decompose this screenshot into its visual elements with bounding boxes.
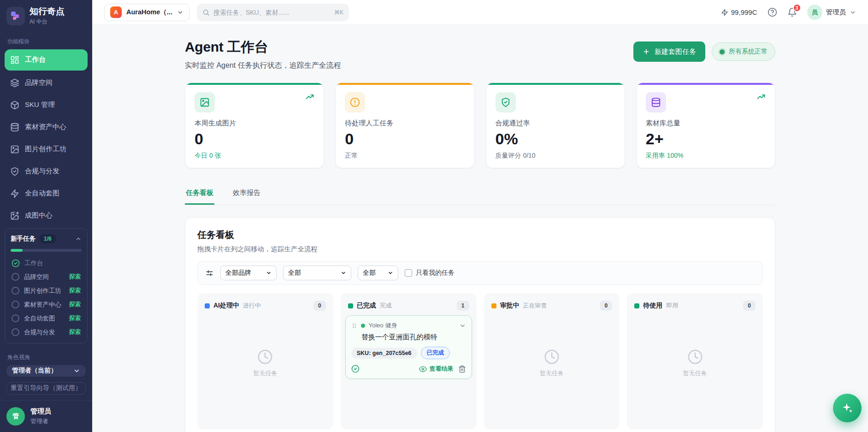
chevron-down-icon — [266, 270, 272, 276]
onboarding-header[interactable]: 新手任务 1/6 — [11, 234, 82, 243]
workspace-selector[interactable]: A AuraHome（... — [104, 4, 189, 21]
onboarding-task-asset-center[interactable]: 素材资产中心 探索 — [11, 298, 82, 312]
system-status-label: 所有系统正常 — [729, 47, 768, 56]
sidebar-item-sku[interactable]: SKU 管理 — [5, 95, 88, 115]
checkbox-icon[interactable] — [405, 269, 412, 277]
task-sku-badge: SKU: gen_207c55e6 — [351, 348, 417, 359]
view-result-button[interactable]: 查看结果 — [419, 365, 454, 373]
role-select[interactable]: 管理者（当前） — [6, 365, 86, 377]
sidebar-item-compliance[interactable]: 合规与分发 — [5, 162, 88, 181]
sidebar: 知行奇点 AI 中台 功能模块 工作台 品牌空间 SKU 管理 素材资产中心 — [0, 0, 92, 432]
column-sub: 进行中 — [243, 302, 261, 310]
sidebar-item-brand-space[interactable]: 品牌空间 — [5, 73, 88, 93]
stat-card-compliance-rate: 合规通过率 0% 质量评分 0/10 — [486, 83, 625, 168]
brand-subtitle: AI 中台 — [30, 18, 65, 26]
stat-value: 0 — [195, 130, 314, 148]
stat-value: 0 — [345, 130, 465, 148]
my-tasks-checkbox-label: 只看我的任务 — [416, 269, 455, 277]
notifications-button[interactable]: 3 — [787, 7, 797, 17]
delete-task-button[interactable] — [458, 365, 466, 373]
system-status-pill: 所有系统正常 — [712, 42, 775, 61]
sidebar-item-image-workshop[interactable]: 图片创作工坊 — [5, 140, 88, 159]
column-empty-state: 暂无任务 — [202, 315, 329, 425]
stat-card-pending-tasks: 待处理人工任务 0 正常 — [335, 83, 474, 168]
brand-logo-icon — [6, 7, 25, 25]
plus-icon — [643, 48, 650, 55]
help-circle-icon — [768, 7, 777, 17]
stats-row: 本周生成图片 0 今日 0 张 待处理人工任务 0 正常 — [185, 83, 775, 168]
column-empty-state: 暂无任务 — [632, 315, 758, 425]
onboarding-task-label: 素材资产中心 — [24, 301, 61, 309]
onboarding-task-auto-compose[interactable]: 全自动套图 探索 — [11, 312, 82, 325]
onboarding-task-label: 工作台 — [24, 259, 43, 267]
onboarding-task-workbench[interactable]: 工作台 — [11, 256, 82, 270]
sidebar-item-render-center[interactable]: 成图中心 — [5, 206, 88, 225]
onboarding-title: 新手任务 — [11, 235, 35, 243]
drag-handle-icon[interactable] — [351, 322, 357, 329]
new-task-button[interactable]: 新建套图任务 — [633, 41, 705, 62]
user-menu[interactable]: 员 管理员 — [807, 5, 856, 20]
column-name: 待使用 — [643, 302, 662, 310]
onboarding-task-image-workshop[interactable]: 图片创作工坊 探索 — [11, 284, 82, 298]
stat-card-weekly-images: 本周生成图片 0 今日 0 张 — [185, 83, 324, 168]
chevron-down-icon[interactable] — [459, 322, 466, 329]
reset-onboarding-button[interactable]: 重置引导向导（测试用） — [6, 382, 86, 395]
sidebar-item-label: 全自动套图 — [25, 189, 59, 198]
role-select-value: 管理者（当前） — [12, 367, 57, 375]
tab-task-board[interactable]: 任务看板 — [185, 184, 214, 205]
sidebar-item-auto-compose[interactable]: 全自动套图 — [5, 184, 88, 203]
zap-icon — [721, 9, 728, 16]
explore-link[interactable]: 探索 — [69, 301, 81, 308]
brand-text: 知行奇点 AI 中台 — [30, 6, 65, 26]
my-tasks-checkbox-row[interactable]: 只看我的任务 — [405, 269, 455, 277]
stat-label: 待处理人工任务 — [345, 119, 465, 128]
stat-label: 本周生成图片 — [195, 119, 314, 128]
circle-icon — [12, 273, 19, 281]
tab-efficiency-report[interactable]: 效率报告 — [232, 184, 261, 205]
status-filter-select[interactable]: 全部 — [283, 266, 351, 280]
onboarding-task-label: 图片创作工坊 — [24, 287, 61, 295]
brand-filter-select[interactable]: 全部品牌 — [220, 266, 277, 280]
explore-link[interactable]: 探索 — [69, 328, 81, 336]
onboarding-task-brand-space[interactable]: 品牌空间 探索 — [11, 270, 82, 284]
sidebar-item-asset-center[interactable]: 素材资产中心 — [5, 118, 88, 137]
page-header: Agent 工作台 实时监控 Agent 任务执行状态，追踪生产全流程 新建套图… — [185, 38, 775, 71]
column-name: AI处理中 — [213, 302, 239, 310]
search-input[interactable] — [213, 9, 331, 16]
chevron-down-icon — [850, 9, 856, 16]
column-empty-state: 暂无任务 — [489, 315, 615, 425]
column-header: 审批中 正在审查 0 — [489, 298, 615, 315]
view-result-label: 查看结果 — [430, 365, 454, 373]
column-color-dot — [348, 303, 353, 308]
help-button[interactable] — [768, 7, 777, 17]
onboarding-task-label: 全自动套图 — [24, 314, 55, 323]
stat-sub: 采用率 100% — [646, 152, 766, 160]
ai-assistant-fab[interactable] — [833, 394, 862, 422]
explore-link[interactable]: 探索 — [69, 273, 81, 281]
sidebar-nav: 工作台 品牌空间 SKU 管理 素材资产中心 图片创作工坊 合规与分发 — [0, 49, 92, 228]
stat-sub: 正常 — [345, 152, 465, 160]
sidebar-item-label: 成图中心 — [25, 211, 53, 220]
task-card[interactable]: Yoleo 健身 替换一个亚洲面孔的模特 SKU: gen_207c55e6 已… — [345, 315, 472, 379]
stat-sub: 今日 0 张 — [195, 152, 314, 160]
package-icon — [10, 101, 19, 110]
explore-link[interactable]: 探索 — [69, 287, 81, 295]
onboarding-task-compliance[interactable]: 合规与分发 探索 — [11, 325, 82, 339]
scope-filter-select[interactable]: 全部 — [358, 266, 398, 280]
column-header: 待使用 即用 0 — [632, 298, 758, 315]
chevron-up-icon[interactable] — [75, 236, 82, 242]
explore-link[interactable]: 探索 — [69, 314, 81, 322]
chevron-down-icon — [341, 270, 346, 276]
sidebar-user[interactable]: 管 管理员 管理者 — [0, 400, 92, 432]
column-name: 审批中 — [500, 302, 520, 310]
column-sub: 即用 — [666, 302, 678, 310]
avatar: 管 — [6, 407, 25, 426]
notification-count-badge: 3 — [793, 4, 801, 12]
new-task-button-label: 新建套图任务 — [655, 47, 696, 56]
sidebar-item-workbench[interactable]: 工作台 — [5, 49, 88, 71]
kanban-subtitle: 拖拽卡片在列之间移动，追踪生产全流程 — [197, 245, 763, 254]
column-header: AI处理中 进行中 0 — [202, 298, 329, 315]
app-root: 知行奇点 AI 中台 功能模块 工作台 品牌空间 SKU 管理 素材资产中心 — [0, 0, 868, 432]
sidebar-user-name: 管理员 — [30, 407, 51, 416]
circle-icon — [12, 314, 19, 322]
